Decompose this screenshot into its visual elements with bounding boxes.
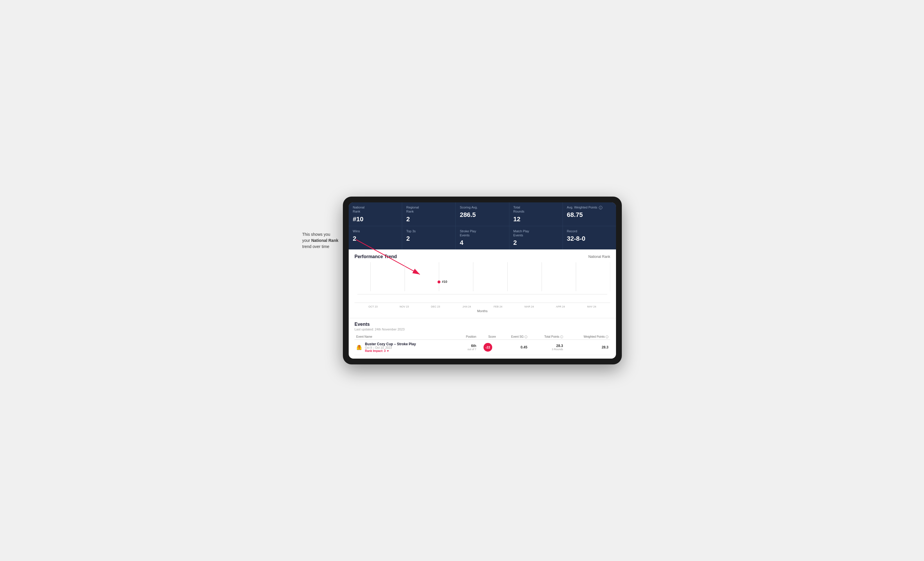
events-last-updated: Last updated: 24th November 2023 — [354, 328, 610, 331]
chart-x-axis: OCT 23 NOV 23 DEC 23 JAN 24 FEB 24 MAR 2… — [354, 304, 610, 308]
stat-scoring-avg: Scoring Avg. 286.5 — [456, 202, 509, 226]
stat-match-play-events: Match PlayEvents 2 — [509, 226, 562, 250]
col-event-name: Event Name — [354, 334, 456, 340]
event-date: Oct 9 – Oct 10, 2023 — [365, 346, 416, 349]
col-score: Score — [478, 334, 498, 340]
stat-record: Record 32-8-0 — [563, 226, 616, 250]
stat-total-rounds: TotalRounds 12 — [509, 202, 562, 226]
annotation-text: This shows you your National Rank trend … — [302, 232, 360, 250]
svg-text:#10: #10 — [442, 280, 447, 283]
col-position: Position — [456, 334, 478, 340]
col-weighted-points: Weighted Points i — [565, 334, 610, 340]
tablet-device: NationalRank #10 RegionalRank 2 Scoring … — [343, 197, 622, 364]
performance-subtitle: National Rank — [588, 255, 610, 259]
performance-chart: #10 — [354, 262, 610, 303]
table-header-row: Event Name Position Score Event SG i Tot… — [354, 334, 610, 340]
stat-regional-rank: RegionalRank 2 — [402, 202, 455, 226]
svg-point-10 — [438, 280, 441, 283]
event-weighted-points-cell: 28.3 — [565, 340, 610, 355]
col-total-points: Total Points i — [529, 334, 565, 340]
chart-months-label: Months — [354, 308, 610, 315]
event-name: Buster Cozy Cup – Stroke Play — [365, 342, 416, 346]
event-type-icon: 🦺 — [356, 345, 362, 350]
event-sg-cell: 0.45 — [498, 340, 529, 355]
events-title: Events — [354, 322, 610, 327]
score-badge: -22 — [483, 343, 492, 352]
stats-grid-row1: NationalRank #10 RegionalRank 2 Scoring … — [349, 202, 616, 226]
stat-national-rank: NationalRank #10 — [349, 202, 402, 226]
col-event-sg: Event SG i — [498, 334, 529, 340]
event-total-points-cell: 28.3 3 Rounds — [529, 340, 565, 355]
tablet-screen: NationalRank #10 RegionalRank 2 Scoring … — [349, 202, 616, 359]
stat-stroke-play-events: Stroke PlayEvents 4 — [456, 226, 509, 250]
table-row: 🦺 Buster Cozy Cup – Stroke Play Oct 9 – … — [354, 340, 610, 355]
event-position-cell: 6th out of 7 — [456, 340, 478, 355]
chart-svg: #10 — [354, 262, 610, 294]
event-name-cell: 🦺 Buster Cozy Cup – Stroke Play Oct 9 – … — [354, 340, 456, 355]
info-icon[interactable]: i — [599, 206, 602, 209]
event-score-cell: -22 — [478, 340, 498, 355]
rank-impact: Rank Impact: 3 ▼ — [365, 349, 416, 353]
events-table: Event Name Position Score Event SG i Tot… — [354, 334, 610, 355]
events-section: Events Last updated: 24th November 2023 … — [349, 318, 616, 359]
stat-avg-weighted-points: Avg. Weighted Points i 68.75 — [563, 202, 616, 226]
